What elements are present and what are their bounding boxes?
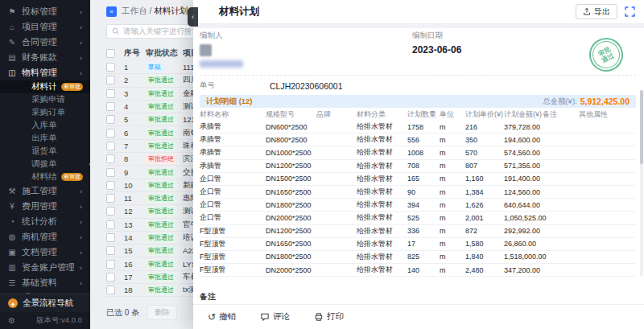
material-table-header: 材料名称 规格型号 品牌 材料分类 计划数量 单位 计划单价(¥) 计划金额(¥… (200, 108, 636, 121)
row-checkbox[interactable] (106, 233, 115, 242)
sidebar-item[interactable]: ◍ 商机管理 ∨ (0, 229, 90, 245)
breadcrumb-root[interactable]: 工作台 (122, 6, 147, 15)
sidebar-item[interactable]: 采购申请 (0, 93, 90, 106)
table-row[interactable]: F型顶管 DN2000*2500 给排水管材 140 m 2,480 347,2… (200, 264, 636, 277)
sidebar-item[interactable]: 材料结算单 有审批 (0, 171, 90, 183)
table-row[interactable]: F型顶管 DN1200*2500 给排水管材 336 m 872 292,992… (200, 225, 636, 238)
plan-unit-price: 1,626 (465, 201, 504, 209)
sidebar-item[interactable]: 采购订单 (0, 106, 90, 119)
date-label: 编制日期 (412, 31, 461, 41)
chevron-down-icon: ∨ (79, 204, 83, 208)
unit: m (440, 253, 465, 261)
plan-unit-price: 1,840 (465, 253, 504, 261)
table-row[interactable]: 企口管 DN1800*2500 给排水管材 394 m 1,626 640,64… (200, 199, 636, 212)
version-text: 版本号:v4.0.0 (36, 315, 82, 326)
material-category: 给排水管材 (357, 199, 407, 210)
row-checkbox[interactable] (106, 181, 115, 190)
status-badge: 审批通过 (146, 207, 176, 216)
row-checkbox[interactable] (106, 273, 115, 282)
gear-icon[interactable]: ⚙ (8, 316, 15, 325)
sidebar-item[interactable]: 出库单 (0, 132, 90, 145)
list-footer: 已选 0 条 删除 (106, 305, 177, 320)
sidebar-item[interactable]: ◔ 统计分析 ∨ (0, 214, 90, 229)
sidebar-item[interactable]: ⚒ 施工管理 ∨ (0, 183, 90, 199)
sidebar-item[interactable]: 入库单 (0, 119, 90, 132)
table-row[interactable]: 承插管 DN800*2500 给排水管材 556 m 350 194,600.0… (200, 134, 636, 146)
sidebar-item[interactable]: ✎ 合同管理 ∨ (0, 35, 90, 50)
row-number: 10 (124, 181, 146, 190)
table-column-header: 品牌 (316, 109, 357, 120)
table-row[interactable]: 企口管 DN2000*2500 给排水管材 525 m 2,001 1,050,… (200, 212, 636, 224)
material-category: 给排水管材 (357, 174, 407, 184)
row-checkbox[interactable] (106, 154, 115, 163)
detail-drawer: ‹ 材料计划 导出 编制人 (193, 0, 644, 329)
row-checkbox[interactable] (106, 207, 115, 216)
material-category: 给排水管材 (357, 265, 407, 275)
table-row[interactable]: 承插管 DN1000*2500 给排水管材 1008 m 570 574,560… (200, 146, 636, 159)
collapse-menu-button[interactable]: « (106, 6, 117, 17)
sidebar-item[interactable]: 退货单 (0, 145, 90, 158)
drawer-collapse-handle[interactable]: ‹ (188, 7, 198, 27)
material-category: 给排水管材 (357, 226, 407, 236)
plan-quantity: 140 (407, 266, 440, 274)
status-badge: 审批通过 (146, 76, 176, 85)
sidebar-item[interactable]: ▥ 资金账户管理 ∨ (0, 260, 90, 275)
plan-amount: 26,860.00 (504, 240, 543, 248)
sidebar-nav: ⚑ 投标管理 ∨ ⌂ 项目管理 ∨ ✎ 合同管理 ∨ (0, 0, 90, 306)
plan-unit-price: 2,001 (465, 214, 504, 222)
scrollbar-track[interactable] (640, 90, 643, 277)
sidebar-collapse-handle[interactable]: ‹ (85, 154, 90, 174)
sidebar-item[interactable]: 材料计划 有审批 (0, 80, 90, 93)
unit: m (440, 188, 465, 196)
row-checkbox[interactable] (106, 168, 115, 177)
row-checkbox[interactable] (106, 129, 115, 138)
sidebar-item[interactable]: ▤ 财务账款 ∨ (0, 50, 90, 65)
row-checkbox[interactable] (106, 63, 115, 72)
comment-button[interactable]: 评论 (260, 311, 290, 323)
sidebar-item-process-navigation[interactable]: ◆ 全景流程导航 (0, 294, 90, 312)
row-checkbox[interactable] (106, 115, 115, 124)
table-column-header: 其他属性 (579, 109, 636, 120)
table-row[interactable]: 承插管 DN600*2500 给排水管材 1758 m 216 379,728.… (200, 121, 636, 134)
row-checkbox[interactable] (106, 194, 115, 203)
table-row[interactable]: 企口管 DN1500*2500 给排水管材 165 m 1,160 191,40… (200, 173, 636, 186)
table-row[interactable]: 承插管 DN1200*2500 给排水管材 708 m 807 571,356.… (200, 160, 636, 173)
table-row[interactable]: F型顶管 DN1800*2500 给排水管材 825 m 1,840 1,518… (200, 251, 636, 264)
row-checkbox[interactable] (106, 89, 115, 98)
chevron-down-icon: ∨ (79, 280, 83, 285)
table-row[interactable]: F型顶管 DN1650*2500 给排水管材 17 m 1,580 26,860… (200, 238, 636, 251)
sidebar-item[interactable]: ⚑ 投标管理 ∨ (0, 4, 90, 19)
unit: m (440, 240, 465, 248)
sidebar-item[interactable]: ▣ 文档管理 ∨ (0, 245, 90, 260)
sidebar-item[interactable]: ¥ 费用管理 ∨ (0, 199, 90, 214)
row-checkbox[interactable] (106, 76, 115, 84)
spec-model: DN1200*2500 (266, 227, 316, 235)
row-checkbox[interactable] (106, 102, 115, 111)
sidebar-item[interactable]: ☰ 基础资料 ∨ (0, 275, 90, 290)
sidebar-item[interactable]: ⌂ 项目管理 ∨ (0, 19, 90, 35)
sidebar-item[interactable]: ◫ 物料管理 ∨ (0, 65, 90, 80)
remark-label: 备注 (200, 291, 636, 302)
undo-button[interactable]: ↺ 撤销 (208, 311, 236, 323)
row-checkbox[interactable] (106, 286, 115, 294)
material-category: 给排水管材 (357, 252, 407, 262)
row-number: 12 (124, 207, 146, 216)
row-number: 9 (124, 168, 146, 177)
material-category: 给排水管材 (357, 212, 407, 223)
scrollbar-thumb[interactable] (640, 90, 643, 164)
row-checkbox[interactable] (106, 260, 115, 269)
delete-button[interactable]: 删除 (147, 305, 177, 320)
material-table-body: 承插管 DN600*2500 给排水管材 1758 m 216 379,728.… (200, 121, 636, 277)
row-checkbox[interactable] (106, 246, 115, 255)
basedata-icon: ☰ (7, 278, 17, 287)
row-checkbox[interactable] (106, 220, 115, 229)
print-button[interactable]: 打印 (314, 311, 344, 323)
unit: m (440, 162, 465, 170)
material-name: 企口管 (200, 212, 266, 223)
sidebar-item[interactable]: 调拨单 (0, 158, 90, 171)
row-checkbox[interactable] (106, 142, 115, 150)
select-all-checkbox[interactable] (106, 49, 115, 58)
export-button[interactable]: 导出 (576, 4, 617, 19)
fullscreen-icon[interactable] (625, 6, 636, 18)
table-row[interactable]: 企口管 DN1650*2500 给排水管材 90 m 1,384 124,560… (200, 186, 636, 199)
